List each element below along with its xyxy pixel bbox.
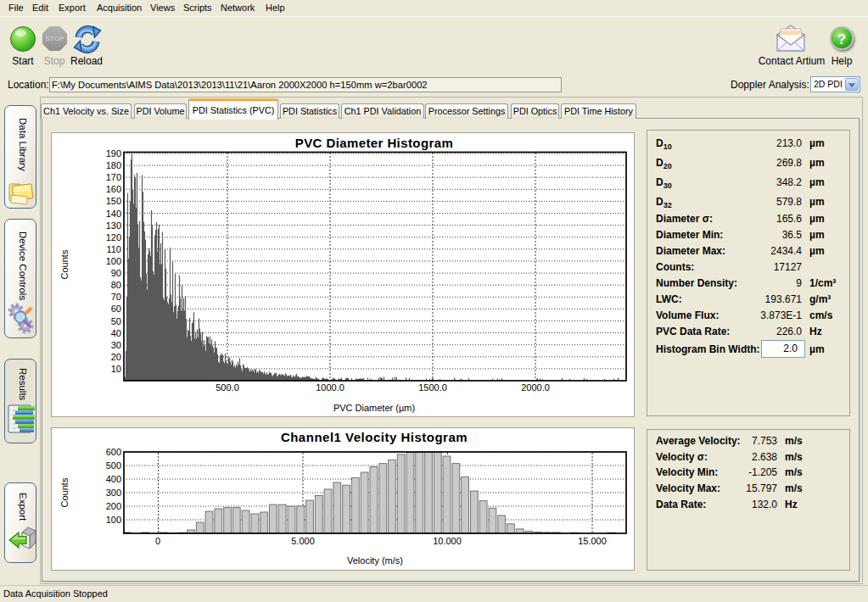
svg-text:100: 100: [106, 515, 121, 525]
svg-text:190: 190: [106, 148, 121, 159]
svg-text:30: 30: [111, 340, 121, 350]
svg-text:500.0: 500.0: [216, 382, 239, 393]
svg-text:160: 160: [106, 184, 121, 194]
svg-text:120: 120: [106, 232, 121, 242]
svg-text:90: 90: [111, 268, 121, 278]
svg-text:Channel1 Velocity Histogram: Channel1 Velocity Histogram: [281, 430, 468, 444]
svg-text:130: 130: [106, 220, 121, 231]
svg-text:PVC Diameter (µm): PVC Diameter (µm): [333, 403, 415, 413]
svg-text:1000.0: 1000.0: [316, 382, 344, 393]
svg-text:180: 180: [106, 160, 121, 170]
svg-text:1500.0: 1500.0: [418, 382, 447, 393]
svg-text:150: 150: [106, 196, 121, 206]
svg-text:70: 70: [111, 292, 121, 302]
svg-text:50: 50: [111, 316, 121, 326]
svg-text:500: 500: [106, 460, 121, 471]
svg-text:Counts: Counts: [59, 477, 70, 507]
svg-text:10: 10: [111, 364, 121, 374]
svg-text:PVC Diameter Histogram: PVC Diameter Histogram: [295, 136, 453, 150]
svg-text:200: 200: [106, 501, 121, 511]
svg-text:170: 170: [106, 172, 121, 182]
svg-text:2000.0: 2000.0: [521, 382, 550, 393]
svg-text:40: 40: [111, 328, 121, 338]
svg-text:60: 60: [111, 304, 121, 314]
svg-text:140: 140: [106, 209, 121, 219]
svg-text:600: 600: [106, 447, 121, 457]
svg-text:0: 0: [155, 536, 160, 546]
svg-text:5.000: 5.000: [291, 536, 315, 546]
svg-text:110: 110: [106, 244, 121, 254]
svg-text:100: 100: [106, 256, 121, 266]
svg-text:80: 80: [111, 280, 121, 290]
svg-text:10.000: 10.000: [433, 536, 462, 546]
svg-text:Velocity (m/s): Velocity (m/s): [347, 555, 403, 566]
svg-text:20: 20: [111, 352, 121, 362]
svg-text:400: 400: [106, 474, 121, 484]
svg-text:Counts: Counts: [59, 249, 70, 279]
svg-text:15.000: 15.000: [578, 536, 607, 546]
svg-text:300: 300: [106, 488, 121, 498]
